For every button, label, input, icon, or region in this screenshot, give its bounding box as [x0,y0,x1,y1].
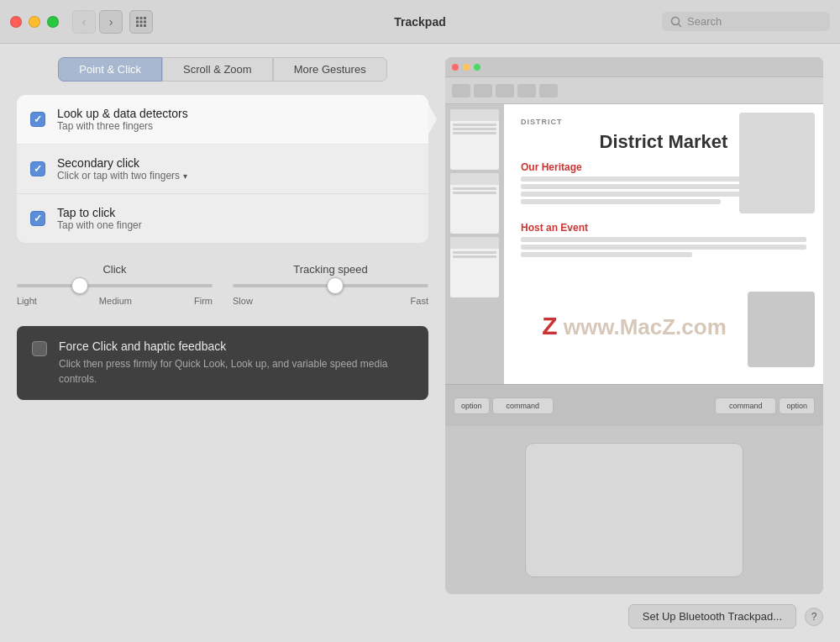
click-mid-label: Medium [99,296,132,306]
window-title: Trackpad [394,15,445,29]
back-button[interactable]: ‹ [72,10,96,34]
force-click-box: Force Click and haptic feedback Click th… [17,326,428,400]
svg-rect-2 [144,17,146,19]
lookup-title: Look up & data detectors [57,107,188,120]
tap-to-click-title: Tap to click [57,206,142,219]
app-close-dot [452,64,459,71]
lookup-setting: ✓ Look up & data detectors Tap with thre… [17,95,428,145]
app-sidebar [445,104,504,384]
force-click-checkbox[interactable] [32,341,47,356]
thumb-line [453,255,496,258]
thumb-card-1 [450,109,499,170]
key-option-left: option [454,397,490,414]
toolbar-btn-4 [517,84,536,97]
app-min-dot [463,64,470,71]
app-main-doc: DISTRICT District Market Our Heritage Ho… [504,104,823,384]
svg-rect-7 [140,24,143,27]
secondary-click-subtitle[interactable]: Click or tap with two fingers ▾ [57,170,187,182]
nav-buttons: ‹ › [72,10,123,34]
tap-to-click-setting: ✓ Tap to click Tap with one finger [17,194,428,243]
doc-text-line-6 [521,245,806,250]
tab-point-click[interactable]: Point & Click [58,57,162,82]
tab-more-gestures[interactable]: More Gestures [273,57,387,82]
main-content: Point & Click Scroll & Zoom More Gesture… [0,44,840,642]
app-max-dot [474,64,480,71]
toolbar-btn-2 [474,84,492,97]
trackpad-area [445,426,823,594]
tracking-slider-thumb[interactable] [327,277,344,294]
maximize-button[interactable] [47,16,59,28]
secondary-click-setting: ✓ Secondary click Click or tap with two … [17,145,428,194]
thumb-body-3 [450,249,499,297]
thumb-line [453,192,496,194]
svg-rect-4 [140,20,143,23]
svg-rect-6 [136,24,139,27]
thumb-line [453,187,496,190]
search-input[interactable] [687,15,822,28]
doc-text-line-5 [521,237,806,242]
svg-rect-0 [136,17,139,19]
app-toolbar [445,77,823,104]
thumb-body-2 [450,185,499,234]
force-click-title: Force Click and haptic feedback [59,339,413,353]
dropdown-arrow-icon: ▾ [183,171,187,181]
secondary-click-title: Secondary click [57,156,187,170]
right-panel: DISTRICT District Market Our Heritage Ho… [445,57,823,629]
lookup-text: Look up & data detectors Tap with three … [57,107,188,132]
click-min-label: Light [17,296,37,306]
tap-to-click-checkbox[interactable]: ✓ [30,211,45,226]
click-max-label: Firm [194,296,213,306]
preview-area: DISTRICT District Market Our Heritage Ho… [445,57,823,594]
tracking-slider-labels: Slow Fast [233,296,428,306]
bluetooth-setup-button[interactable]: Set Up Bluetooth Trackpad... [628,604,796,629]
trackpad-surface [525,443,743,577]
key-group-right: command option [715,397,815,414]
minimize-button[interactable] [29,16,40,28]
click-slider-thumb[interactable] [71,277,88,294]
app-body: DISTRICT District Market Our Heritage Ho… [445,104,823,384]
thumb-header-2 [450,173,499,185]
grid-button[interactable] [129,10,153,34]
toolbar-btn-5 [539,84,558,97]
thumb-card-3 [450,237,499,297]
thumb-body-1 [450,121,499,170]
tab-scroll-zoom[interactable]: Scroll & Zoom [162,57,273,82]
toolbar-btn-3 [496,84,514,97]
toolbar-btn-1 [452,84,470,97]
tab-bar: Point & Click Scroll & Zoom More Gesture… [17,57,428,82]
settings-list: ✓ Look up & data detectors Tap with thre… [17,95,428,243]
tracking-slider-track[interactable] [233,284,428,287]
thumb-line [453,251,496,254]
tap-to-click-text: Tap to click Tap with one finger [57,206,142,231]
search-bar[interactable] [662,12,830,31]
thumb-line [453,132,496,134]
tracking-min-label: Slow [233,296,253,306]
doc-section2-title: Host an Event [521,222,806,234]
click-slider-group: Click Light Medium Firm [17,263,213,306]
svg-rect-1 [140,17,143,19]
click-slider-track[interactable] [17,284,213,287]
secondary-click-checkbox[interactable]: ✓ [30,161,45,176]
click-slider-labels: Light Medium Firm [17,296,213,306]
tap-to-click-subtitle: Tap with one finger [57,219,142,231]
svg-line-10 [679,24,681,26]
svg-rect-3 [136,20,139,23]
force-click-description: Click then press firmly for Quick Look, … [59,356,413,387]
doc-text-line-4 [521,199,721,204]
keyboard-strip: option command command option [445,384,823,426]
forward-button[interactable]: › [99,10,123,34]
close-button[interactable] [10,16,22,28]
click-slider-label: Click [102,263,126,276]
search-icon [670,16,682,28]
help-button[interactable]: ? [805,608,823,626]
app-preview: DISTRICT District Market Our Heritage Ho… [445,57,823,594]
traffic-lights [10,16,59,28]
lookup-checkbox[interactable]: ✓ [30,112,45,127]
thumb-header-1 [450,109,499,121]
doc-image2 [748,292,815,367]
app-titlebar [445,57,823,77]
title-bar: ‹ › Trackpad [0,0,840,44]
doc-image-placeholder [739,113,815,213]
key-group-left: option command [454,397,554,414]
thumb-line [453,128,496,130]
